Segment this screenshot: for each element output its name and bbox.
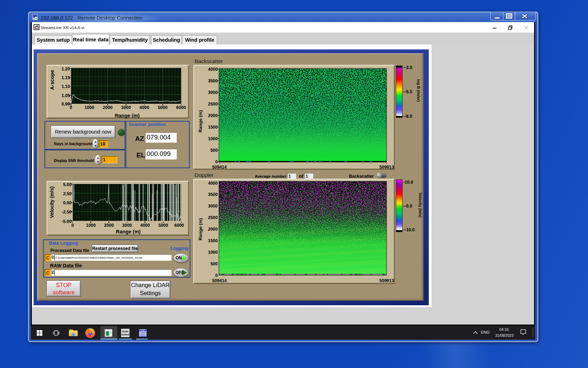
svg-text:GEEK: GEEK xyxy=(141,330,145,332)
